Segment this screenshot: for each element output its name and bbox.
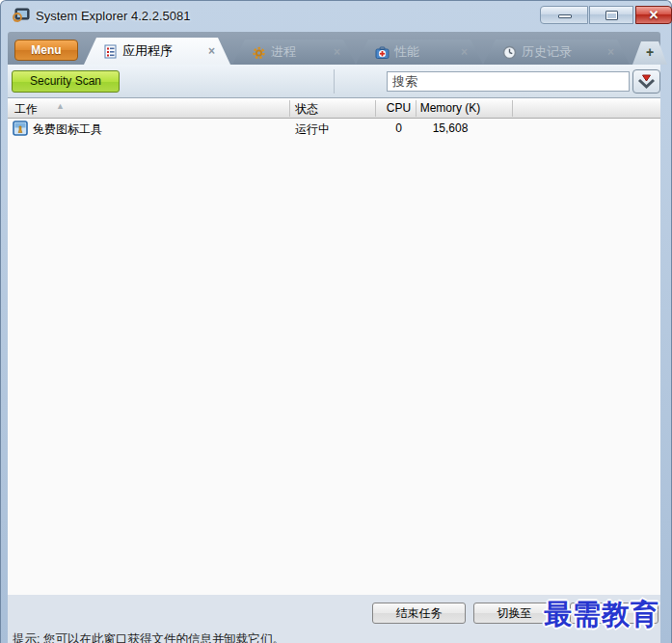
maximize-icon <box>605 11 618 20</box>
menu-button[interactable]: Menu <box>14 40 78 61</box>
filter-funnel-icon <box>633 70 659 93</box>
security-scan-button[interactable]: Security Scan <box>12 70 120 93</box>
add-tab-button[interactable]: + <box>632 41 667 65</box>
tab-processes[interactable]: 进程 × <box>232 40 356 65</box>
first-aid-icon <box>375 45 390 60</box>
tab-close-icon[interactable]: × <box>598 45 614 59</box>
status-tip-text: 提示: 您可以在此窗口获得文件的信息并卸载它们。 <box>13 631 284 643</box>
tab-close-icon[interactable]: × <box>199 44 215 58</box>
tab-bar: Menu 应用程序 × 进程 × <box>8 32 660 65</box>
column-separator <box>289 100 290 117</box>
window-title: System Explorer 4.2.2.5081 <box>36 9 190 23</box>
gear-icon <box>252 45 266 60</box>
cell-status: 运行中 <box>295 121 330 138</box>
minimize-button[interactable] <box>540 6 588 24</box>
tab-label: 应用程序 <box>122 42 173 60</box>
watermark-text: 最需教育 <box>544 596 672 634</box>
tab-close-icon[interactable]: × <box>324 45 340 59</box>
app-list-icon <box>103 44 118 59</box>
search-filter-button[interactable] <box>632 69 660 94</box>
tab-label: 性能 <box>394 43 419 61</box>
toolbar-separator <box>334 69 335 94</box>
tab-label: 历史记录 <box>522 43 572 61</box>
cell-memory: 15,608 <box>416 121 485 135</box>
table-header: 工作 ▲ 状态 CPU Memory (K) <box>8 98 660 119</box>
close-icon: ✕ <box>649 8 659 22</box>
maximize-button[interactable] <box>589 6 633 24</box>
task-list: 免费图标工具 运行中 0 15,608 <box>8 119 660 595</box>
task-app-icon <box>13 121 28 136</box>
tab-label: 进程 <box>271 43 296 61</box>
column-header-task[interactable]: 工作 <box>14 101 38 118</box>
sort-ascending-icon: ▲ <box>56 101 65 111</box>
title-bar[interactable]: System Explorer 4.2.2.5081 ✕ <box>1 1 672 32</box>
tab-applications[interactable]: 应用程序 × <box>84 38 230 65</box>
column-separator <box>512 100 513 117</box>
system-explorer-window: System Explorer 4.2.2.5081 ✕ Menu 应用程序 × <box>0 0 672 643</box>
history-clock-icon <box>502 45 517 60</box>
column-header-status[interactable]: 状态 <box>295 101 318 118</box>
end-task-button[interactable]: 结束任务 <box>372 603 466 624</box>
table-row[interactable]: 免费图标工具 运行中 0 15,608 <box>8 119 660 138</box>
search-input[interactable] <box>387 71 630 92</box>
tab-close-icon[interactable]: × <box>451 45 468 59</box>
toolbar: Security Scan <box>8 65 660 98</box>
app-logo-icon <box>13 8 30 23</box>
minimize-icon <box>558 14 572 18</box>
column-header-memory[interactable]: Memory (K) <box>416 101 485 115</box>
tab-history[interactable]: 历史记录 × <box>483 40 630 65</box>
close-button[interactable]: ✕ <box>635 6 672 24</box>
cell-task-name: 免费图标工具 <box>33 121 102 138</box>
tab-performance[interactable]: 性能 × <box>356 40 483 65</box>
